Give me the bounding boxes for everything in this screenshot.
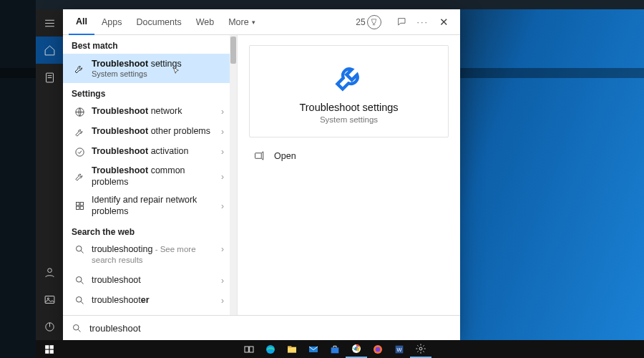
svg-rect-2 [45,296,54,303]
web-row[interactable]: troubleshoot settings › [63,311,237,315]
tab-all[interactable]: All [69,10,94,35]
preview-card: Troubleshoot settings System settings [249,45,449,137]
rewards-icon[interactable] [367,15,381,29]
taskbar: W [36,340,644,358]
best-match-subtitle: System settings [92,69,182,78]
chevron-right-icon: › [221,172,224,182]
web-row[interactable]: troubleshoot › [63,271,237,291]
settings-row[interactable]: Troubleshoot activation › [63,142,237,162]
svg-rect-26 [288,346,291,348]
preview-title: Troubleshoot settings [299,102,398,113]
search-icon [72,323,82,334]
wrench-icon [72,171,87,182]
svg-point-35 [419,347,422,350]
chevron-right-icon: › [221,127,224,137]
search-input-bar[interactable] [63,315,460,340]
globe-icon [72,107,87,117]
store-icon[interactable] [324,340,346,358]
settings-row[interactable]: Troubleshoot common problems › [63,162,237,191]
svg-rect-19 [50,345,54,349]
group-best-match: Best match [63,35,237,54]
chevron-right-icon: › [221,147,224,157]
power-icon[interactable] [36,313,63,340]
best-match-row[interactable]: Troubleshoot settings System settings [63,54,237,83]
chrome-icon[interactable] [346,340,367,358]
settings-row-label: Troubleshoot network [87,106,221,117]
settings-row[interactable]: Troubleshoot network › [63,102,237,122]
svg-point-11 [76,246,82,251]
svg-rect-7 [76,203,79,205]
group-settings: Settings [63,83,237,102]
svg-point-12 [76,277,82,283]
best-match-title: Troubleshoot settings [92,59,182,69]
chevron-right-icon: › [221,201,224,211]
preview-subtitle: System settings [320,115,378,124]
group-web: Search the web [63,221,237,240]
svg-point-1 [47,268,52,272]
open-icon [253,150,264,161]
svg-text:W: W [397,346,402,352]
check-icon [72,147,87,158]
gallery-icon[interactable] [36,286,63,313]
svg-rect-16 [255,153,262,159]
search-icon [72,295,87,306]
settings-row[interactable]: Identify and repair network problems › [63,191,237,221]
close-icon[interactable]: ✕ [433,16,454,29]
chevron-right-icon: › [221,107,224,117]
svg-rect-18 [45,345,49,349]
svg-rect-23 [250,347,253,352]
svg-point-17 [74,324,79,330]
search-tabs: All Apps Documents Web More 25 ··· ✕ [63,9,460,35]
chevron-right-icon: › [221,276,224,286]
settings-gear-icon[interactable] [410,340,431,358]
grid-icon [72,200,87,211]
mail-icon[interactable] [303,340,324,358]
svg-point-13 [76,297,82,303]
document-icon[interactable] [36,64,63,91]
wrench-icon [72,63,87,74]
window-titlebar-strip [36,0,644,9]
web-row-label: troubleshooting - See more search result… [87,244,221,266]
search-icon [72,244,87,255]
svg-rect-28 [331,347,339,353]
start-button[interactable] [36,340,63,358]
search-input[interactable] [89,323,452,334]
feedback-icon[interactable] [396,16,409,29]
firefox-icon[interactable] [367,340,389,358]
web-row-label: troubleshooter [87,295,221,306]
tab-web[interactable]: Web [189,9,221,34]
settings-row-label: Troubleshoot other problems [87,126,221,137]
svg-point-6 [75,147,83,155]
tab-apps[interactable]: Apps [94,9,130,34]
search-icon [72,275,87,286]
edge-icon[interactable] [260,340,281,358]
mouse-cursor-icon [172,67,182,79]
rewards-points: 25 [356,17,365,27]
hamburger-icon[interactable] [36,9,63,37]
svg-rect-10 [80,207,83,210]
web-row[interactable]: troubleshooter › [63,291,237,311]
settings-row-label: Identify and repair network problems [87,195,221,217]
tab-documents[interactable]: Documents [129,9,188,34]
user-icon[interactable] [36,258,63,286]
results-scrollbar[interactable] [230,35,237,315]
wrench-large-icon [333,62,365,93]
word-icon[interactable]: W [389,340,410,358]
svg-rect-21 [50,349,54,353]
explorer-icon[interactable] [281,340,303,358]
web-row-label: troubleshoot [87,275,221,286]
settings-row[interactable]: Troubleshoot other problems › [63,122,237,142]
start-rail [36,9,63,340]
wrench-icon [72,127,87,137]
svg-rect-20 [45,349,49,353]
web-row[interactable]: troubleshooting - See more search result… [63,240,237,271]
open-action[interactable]: Open [249,150,449,161]
svg-rect-22 [245,347,248,352]
chevron-right-icon: › [221,244,224,254]
more-options-icon[interactable]: ··· [417,17,429,27]
open-label: Open [274,151,296,161]
tab-more[interactable]: More [221,9,262,34]
svg-rect-9 [76,207,79,210]
taskview-icon[interactable] [238,340,260,358]
home-icon[interactable] [36,37,63,64]
